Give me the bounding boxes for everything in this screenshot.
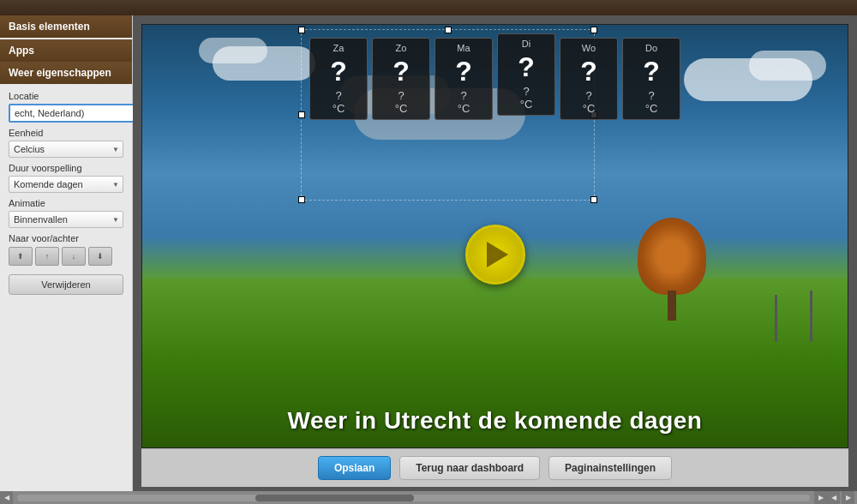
duur-label: Duur voorspelling xyxy=(9,163,123,173)
card-temp-ma: ?°C xyxy=(438,89,489,115)
duur-select[interactable]: Komende dagen Vandaag xyxy=(9,176,123,193)
layer-forward-button[interactable]: ↑ xyxy=(35,247,59,266)
scroll-left-arrow[interactable]: ◀ xyxy=(0,491,13,504)
handle-br[interactable] xyxy=(590,196,597,203)
card-day-do: Do xyxy=(626,43,677,53)
handle-tc[interactable] xyxy=(445,27,452,33)
eenheid-select[interactable]: Celcius Fahrenheit xyxy=(9,141,123,158)
scroll-left2[interactable]: ◀ xyxy=(827,491,840,504)
tree xyxy=(638,218,706,321)
weather-card-za: Za ? ?°C xyxy=(309,38,368,120)
opslaan-button[interactable]: Opslaan xyxy=(318,456,391,480)
card-temp-wo: ?°C xyxy=(563,89,614,115)
card-day-zo: Zo xyxy=(375,43,427,53)
top-bar xyxy=(0,0,857,15)
sidebar: Basis elementen Apps Weer eigenschappen … xyxy=(0,15,133,491)
weather-card-wo: Wo ? ?°C xyxy=(560,38,618,120)
card-question-wo: ? xyxy=(563,57,614,85)
card-question-do: ? xyxy=(626,57,677,85)
weather-text: Weer in Utrecht de komende dagen xyxy=(142,407,848,435)
weer-eigenschappen-title: Weer eigenschappen xyxy=(0,62,132,84)
scroll-right-arrow[interactable]: ▶ xyxy=(814,491,827,504)
card-question-di: ? xyxy=(500,53,552,81)
animatie-label: Animatie xyxy=(9,198,123,208)
verwijderen-button[interactable]: Verwijderen xyxy=(9,274,123,295)
naar-label: Naar voor/achter xyxy=(9,233,123,243)
handle-tl[interactable] xyxy=(298,27,305,33)
scrollbar-thumb[interactable] xyxy=(255,495,414,501)
handle-bl[interactable] xyxy=(298,196,305,203)
terug-button[interactable]: Terug naar dashboard xyxy=(399,456,540,480)
weather-card-do: Do ? ?°C xyxy=(622,38,680,120)
card-question-za: ? xyxy=(313,57,364,85)
canvas-frame[interactable]: Za ? ?°C Zo ? ?°C Ma ? ?°C xyxy=(141,24,848,448)
card-temp-za: ?°C xyxy=(313,89,364,115)
bottom-toolbar: Opslaan Terug naar dashboard Paginainste… xyxy=(141,448,848,487)
weer-eigenschappen-panel: Weer eigenschappen Locatie ↻ Eenheid Cel… xyxy=(0,62,132,302)
locatie-label: Locatie xyxy=(9,91,123,101)
basis-elementen-header[interactable]: Basis elementen xyxy=(0,15,132,38)
weather-background: Za ? ?°C Zo ? ?°C Ma ? ?°C xyxy=(142,25,848,447)
canvas-area: Za ? ?°C Zo ? ?°C Ma ? ?°C xyxy=(133,15,857,491)
power-pole-2 xyxy=(775,295,777,342)
tree-canopy xyxy=(638,218,706,295)
scrollbar-track[interactable] xyxy=(17,495,810,501)
play-icon xyxy=(487,242,508,267)
eenheid-label: Eenheid xyxy=(9,128,123,138)
power-pole-1 xyxy=(810,291,812,342)
card-temp-do: ?°C xyxy=(626,89,677,115)
layer-front-button[interactable]: ⬆ xyxy=(9,247,33,266)
scrollbar-area: ◀ ▶ ◀ ▶ xyxy=(0,491,857,504)
basis-elementen-label: Basis elementen xyxy=(9,21,90,33)
tree-trunk xyxy=(668,291,676,321)
weather-cards: Za ? ?°C Zo ? ?°C Ma ? ?°C xyxy=(142,38,848,120)
scroll-right2[interactable]: ▶ xyxy=(842,491,854,504)
layer-buttons: ⬆ ↑ ↓ ⬇ xyxy=(9,247,123,266)
card-day-di: Di xyxy=(500,39,552,49)
card-day-wo: Wo xyxy=(563,43,614,53)
card-day-ma: Ma xyxy=(438,43,489,53)
play-button[interactable] xyxy=(465,225,525,285)
card-temp-zo: ?°C xyxy=(375,89,427,115)
locatie-input[interactable] xyxy=(9,104,139,123)
pagina-button[interactable]: Paginainstellingen xyxy=(548,456,672,480)
card-temp-di: ?°C xyxy=(500,85,552,111)
animatie-select[interactable]: Binnenvallen Fade Geen xyxy=(9,211,123,228)
card-day-za: Za xyxy=(313,43,364,53)
apps-label: Apps xyxy=(9,45,34,57)
apps-header[interactable]: Apps xyxy=(0,39,132,62)
weather-card-di: Di ? ?°C xyxy=(497,33,555,116)
weather-card-zo: Zo ? ?°C xyxy=(372,38,430,120)
card-question-zo: ? xyxy=(375,57,427,85)
layer-backward-button[interactable]: ↓ xyxy=(62,247,86,266)
weather-card-ma: Ma ? ?°C xyxy=(434,38,493,120)
layer-back-button[interactable]: ⬇ xyxy=(88,247,112,266)
handle-tr[interactable] xyxy=(590,27,597,33)
card-question-ma: ? xyxy=(438,57,489,85)
